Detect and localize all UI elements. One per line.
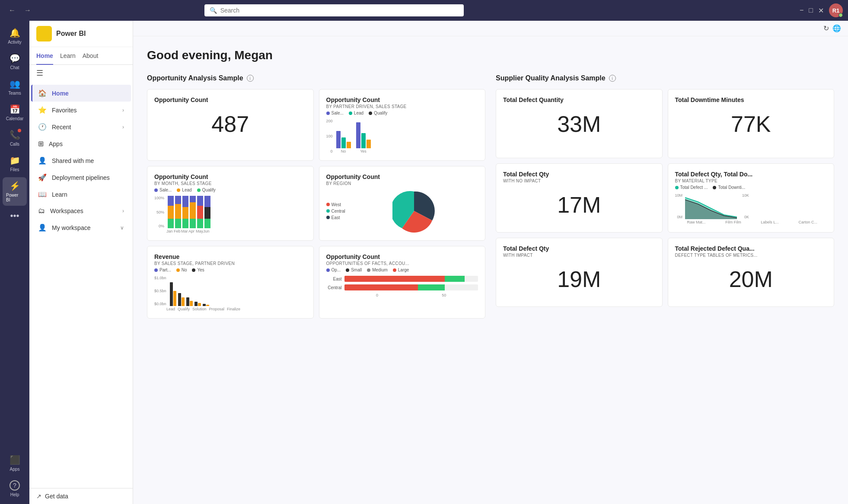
activity-label: Activity	[8, 40, 22, 45]
card-total-downtime[interactable]: Total Downtime Minutes 77K	[668, 89, 835, 158]
sidebar-item-powerbi[interactable]: ⚡ Power BI	[3, 177, 27, 206]
back-button[interactable]: ←	[5, 5, 19, 16]
sidebar-item-workspaces[interactable]: 🗂 Workspaces ›	[31, 203, 131, 219]
sidebar-item-chat[interactable]: 💬 Chat	[3, 50, 27, 73]
opportunity-section: Opportunity Analysis Sample i Opportunit…	[147, 74, 485, 319]
chart-legend: Sale... Lead Qualify	[154, 188, 306, 192]
card-subtitle: DEFECT TYPE TABLES OF METRICS...	[675, 253, 827, 258]
card-opp-by-facts[interactable]: Opportunity Count OPPORTUNITIES OF FACTS…	[319, 246, 486, 319]
card-title: Total Downtime Minutes	[675, 96, 827, 103]
opportunity-title: Opportunity Analysis Sample	[147, 74, 243, 82]
card-number: 20M	[675, 259, 827, 299]
sidebar-item-shared[interactable]: 👤 Shared with me	[31, 152, 131, 169]
card-title: Opportunity Count	[326, 253, 478, 260]
sidebar-item-favorites[interactable]: ⭐ Favorites ›	[31, 102, 131, 118]
legend-item: Total Defect ...	[675, 185, 708, 190]
sidebar-item-help[interactable]: ? Help	[3, 477, 27, 501]
hamburger-menu[interactable]: ☰	[29, 65, 133, 81]
globe-icon[interactable]: 🌐	[832, 24, 841, 32]
chevron-right-icon-workspaces: ›	[122, 208, 124, 214]
powerbi-label: Power BI	[6, 193, 23, 202]
powerbi-sidebar: Power BI Home Learn About ☰ 🏠 Home ⭐ Fav…	[29, 21, 133, 504]
forward-button[interactable]: →	[21, 5, 35, 16]
tab-home[interactable]: Home	[36, 51, 53, 61]
content-area: ↻ 🌐 Good evening, Megan Opportunity Anal…	[133, 21, 848, 504]
card-opp-by-region[interactable]: Opportunity Count BY REGION West Central…	[319, 166, 486, 241]
sidebar-item-myworkspace[interactable]: 👤 My workspace ∨	[31, 219, 131, 236]
maximize-button[interactable]: □	[809, 6, 813, 14]
svg-rect-1	[43, 31, 45, 38]
card-opp-by-partner[interactable]: Opportunity Count BY PARTNER DRIVEN, SAL…	[319, 89, 486, 161]
chevron-down-icon: ∨	[120, 225, 124, 231]
card-defect-by-material[interactable]: Total Defect Qty, Total Do... BY MATERIA…	[668, 163, 835, 233]
supplier-cards: Total Defect Quantity 33M Total Downtime…	[496, 89, 834, 307]
sidebar-item-teams[interactable]: 👥 Teams	[3, 75, 27, 99]
sidebar-item-apps[interactable]: ⬛ Apps	[3, 451, 27, 475]
sidebar-item-more[interactable]: •••	[3, 207, 27, 225]
sidebar-item-deployment[interactable]: 🚀 Deployment pipelines	[31, 169, 131, 186]
help-icon: ?	[10, 480, 20, 491]
refresh-icon[interactable]: ↻	[823, 24, 829, 32]
legend-item: Yes	[192, 268, 204, 272]
favorites-icon: ⭐	[38, 106, 47, 114]
chart-legend: Op... Small Medium Large	[326, 268, 478, 272]
chat-icon: 💬	[10, 53, 20, 64]
recent-icon: 🕐	[38, 123, 47, 131]
sidebar-item-calendar[interactable]: 📅 Calendar	[3, 101, 27, 124]
card-total-defect-impact[interactable]: Total Defect Qty WITH IMPACT 19M	[496, 238, 663, 307]
chart-legend: Sale... Lead Qualify	[326, 111, 478, 115]
card-total-defect-no-impact[interactable]: Total Defect Qty WITH NO IMPACT 17M	[496, 163, 663, 233]
chart-legend: Total Defect ... Total Downti...	[675, 185, 827, 190]
card-opportunity-count[interactable]: Opportunity Count 487	[147, 89, 314, 161]
card-subtitle: OPPORTUNITIES OF FACTS, ACCOU...	[326, 261, 478, 266]
home-icon: 🏠	[38, 89, 47, 97]
legend-item: Large	[393, 268, 409, 272]
legend-item: Lead	[349, 111, 363, 115]
card-total-rejected[interactable]: Total Rejected Defect Qua... DEFECT TYPE…	[668, 238, 835, 307]
card-total-defect[interactable]: Total Defect Quantity 33M	[496, 89, 663, 158]
powerbi-icon: ⚡	[10, 181, 20, 191]
get-data-label: Get data	[45, 493, 68, 500]
workspaces-label: Workspaces	[50, 207, 83, 214]
shared-icon: 👤	[38, 156, 47, 165]
close-button[interactable]: ✕	[818, 6, 824, 15]
card-subtitle: BY MATERIAL TYPE	[675, 179, 827, 183]
deployment-icon: 🚀	[38, 173, 47, 182]
avatar[interactable]: R1	[829, 3, 843, 17]
search-input[interactable]	[220, 7, 459, 14]
supplier-section-header: Supplier Quality Analysis Sample i	[496, 74, 834, 82]
minimize-button[interactable]: −	[800, 6, 803, 14]
pie-chart	[392, 189, 436, 233]
opportunity-section-header: Opportunity Analysis Sample i	[147, 74, 485, 82]
svg-rect-2	[46, 29, 48, 38]
card-subtitle: BY SALES STAGE, PARTNER DRIVEN	[154, 261, 306, 266]
legend-item: Op...	[326, 268, 341, 272]
opportunity-info-icon[interactable]: i	[247, 75, 254, 82]
sidebar-item-calls[interactable]: 📞 Calls	[3, 126, 27, 150]
area-chart	[685, 193, 741, 219]
get-data-button[interactable]: ↗ Get data	[29, 488, 133, 504]
sidebar-item-apps[interactable]: ⊞ Apps	[31, 135, 131, 152]
sidebar-item-learn[interactable]: 📖 Learn	[31, 186, 131, 203]
get-data-icon: ↗	[36, 493, 41, 500]
supplier-info-icon[interactable]: i	[609, 75, 616, 82]
sidebar-item-home[interactable]: 🏠 Home	[31, 85, 131, 102]
myworkspace-icon: 👤	[38, 223, 47, 232]
files-icon: 📁	[10, 155, 20, 166]
card-revenue[interactable]: Revenue BY SALES STAGE, PARTNER DRIVEN P…	[147, 246, 314, 319]
card-title: Opportunity Count	[154, 173, 306, 180]
sidebar-item-files[interactable]: 📁 Files	[3, 152, 27, 175]
tab-learn[interactable]: Learn	[60, 51, 76, 61]
card-opp-by-month[interactable]: Opportunity Count BY MONTH, SALES STAGE …	[147, 166, 314, 241]
tab-about[interactable]: About	[83, 51, 99, 61]
legend-item: Qualify	[197, 188, 216, 192]
card-title: Total Defect Qty, Total Do...	[675, 171, 827, 178]
apps-icon: ⬛	[10, 455, 20, 465]
shared-label: Shared with me	[52, 157, 94, 164]
sidebar-item-activity[interactable]: 🔔 Activity	[3, 24, 27, 48]
legend-item: Medium	[367, 268, 388, 272]
search-bar[interactable]: 🔍	[204, 4, 464, 16]
card-title: Opportunity Count	[154, 96, 306, 103]
chart-legend: Part... No Yes	[154, 268, 306, 272]
sidebar-item-recent[interactable]: 🕐 Recent ›	[31, 118, 131, 135]
